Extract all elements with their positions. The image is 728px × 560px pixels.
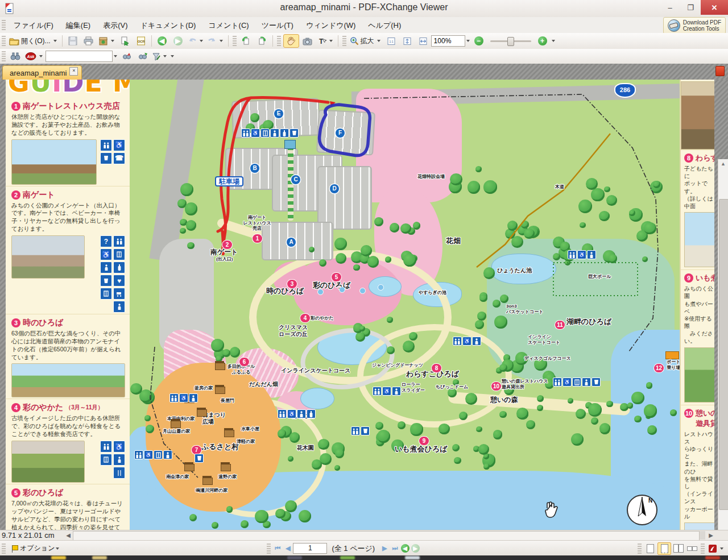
rotate-ccw-button[interactable] bbox=[239, 35, 254, 47]
tab-bar-red-button[interactable] bbox=[715, 66, 725, 76]
menu-item-0[interactable]: ファイル(F) bbox=[7, 19, 60, 32]
menu-item-3[interactable]: ドキュメント(D) bbox=[134, 19, 202, 32]
facility-icon-strip: ♿ bbox=[169, 393, 198, 403]
document-area[interactable]: 286 N 駐車場南ゲート レストハウス 売店南ゲート(出入口)時のひろば彩のひ… bbox=[0, 80, 728, 530]
undo-button[interactable] bbox=[187, 35, 205, 47]
hand-tool-button[interactable] bbox=[283, 34, 299, 48]
section-title: 憩いの bbox=[696, 408, 714, 418]
map-marker-4: 4 bbox=[300, 314, 310, 322]
zoom-level-input[interactable]: 100% bbox=[431, 35, 465, 47]
hand-icon bbox=[113, 301, 125, 313]
tab-close-icon[interactable]: × bbox=[69, 67, 78, 76]
go-forward-button[interactable]: ▶ bbox=[171, 35, 185, 47]
search-button[interactable] bbox=[8, 50, 23, 63]
zoom-slider[interactable] bbox=[490, 40, 531, 42]
section-number-badge: 8 bbox=[684, 154, 693, 163]
zoom-slider-thumb[interactable] bbox=[507, 37, 514, 46]
continuous-layout-button[interactable] bbox=[657, 542, 671, 555]
scroll-right-icon[interactable]: ▶ bbox=[706, 531, 715, 540]
single-page-layout-button[interactable] bbox=[644, 543, 656, 554]
close-button[interactable]: ✕ bbox=[701, 0, 728, 15]
page-number-input[interactable]: 1 bbox=[293, 543, 327, 554]
options-caret-icon[interactable] bbox=[56, 547, 59, 550]
actual-size-button[interactable]: 1:1 bbox=[384, 35, 399, 47]
scroll-left-icon[interactable]: ◀ bbox=[64, 531, 73, 540]
package-button[interactable] bbox=[97, 35, 117, 47]
village-house bbox=[215, 387, 225, 394]
menu-item-6[interactable]: ウィンドウ(W) bbox=[300, 19, 362, 32]
download-pdf-tools-button[interactable]: Download PDF Creation Tools bbox=[663, 17, 726, 34]
zoom-tool-button[interactable]: 拡大 bbox=[349, 35, 383, 47]
nursing-icon bbox=[392, 387, 401, 396]
actual-size-icon: 1:1 bbox=[387, 37, 396, 45]
go-back-button[interactable]: ◀ bbox=[155, 35, 169, 47]
save-button[interactable] bbox=[65, 35, 80, 47]
map-label: 憩いの森 bbox=[490, 396, 518, 404]
hand-tool-icon bbox=[287, 36, 295, 45]
village-house bbox=[224, 430, 234, 437]
select-text-button[interactable]: T bbox=[316, 35, 335, 47]
cup-icon bbox=[100, 152, 112, 164]
blue-freehand-annotation[interactable] bbox=[320, 105, 370, 156]
guide-left-panel: GUIDE MAP 1南ゲートレストハウス売店休憩所と売店がひとつになった開放的… bbox=[6, 80, 130, 530]
guide-section-10: 10憩いの遊具貸レストハウス らゆっくりと また、湖畔のひ を無料で貸し （イン… bbox=[681, 405, 714, 530]
nursing-icon bbox=[100, 262, 112, 273]
history-forward-button[interactable]: ▶ bbox=[410, 544, 420, 554]
filter-button[interactable] bbox=[151, 50, 169, 63]
scroll-up-icon[interactable]: ▲ bbox=[719, 159, 727, 168]
menu-item-1[interactable]: 編集(E) bbox=[60, 19, 97, 32]
menu-item-4[interactable]: コメント(C) bbox=[202, 19, 255, 32]
search-next-button[interactable] bbox=[135, 50, 150, 63]
previous-page-button[interactable]: ◀ bbox=[283, 544, 293, 554]
open-button[interactable]: 開く(O)... bbox=[8, 35, 59, 47]
vertical-scrollbar[interactable]: ▲ ▼ bbox=[718, 159, 728, 560]
zoom-in-button[interactable]: + bbox=[535, 35, 550, 47]
toilet-icon bbox=[169, 393, 179, 403]
ocr-button[interactable]: OCR bbox=[134, 35, 148, 47]
facing-layout-button[interactable] bbox=[672, 543, 685, 554]
village-house bbox=[197, 409, 207, 417]
next-page-button[interactable]: ▶ bbox=[379, 544, 390, 554]
redo-button[interactable] bbox=[206, 35, 225, 47]
zoom-out-button[interactable]: − bbox=[471, 35, 486, 47]
rotate-cw-button[interactable] bbox=[255, 35, 270, 47]
ask-button[interactable]: Ask bbox=[24, 50, 45, 63]
menu-item-2[interactable]: 表示(V) bbox=[97, 19, 134, 32]
last-page-button[interactable]: ⏭ bbox=[390, 544, 400, 554]
history-back-button[interactable]: ◀ bbox=[400, 544, 410, 554]
guide-section-2: 2南ゲートみちのく公園のメインゲート（出入口）です。南ゲートでは、ベビーカー・車… bbox=[6, 186, 130, 314]
fit-page-button[interactable] bbox=[400, 35, 415, 47]
search-previous-button[interactable] bbox=[119, 50, 134, 63]
pdf-page[interactable]: 286 N 駐車場南ゲート レストハウス 売店南ゲート(出入口)時のひろば彩のひ… bbox=[6, 80, 714, 530]
fit-width-button[interactable] bbox=[416, 35, 431, 47]
cup-icon bbox=[195, 454, 204, 463]
rotate-ccw-icon bbox=[241, 36, 251, 45]
menu-item-7[interactable]: ヘルプ(H) bbox=[362, 19, 407, 32]
facing-continuous-layout-button[interactable] bbox=[686, 543, 698, 554]
section-number-badge: 5 bbox=[11, 488, 20, 497]
document-tab[interactable]: areamap_minami × bbox=[2, 65, 82, 80]
export-button[interactable] bbox=[118, 35, 133, 47]
vertical-scrollbar-thumb[interactable] bbox=[719, 199, 728, 510]
search-input[interactable] bbox=[46, 51, 113, 62]
first-page-button[interactable]: ⏮ bbox=[272, 544, 283, 554]
horizontal-scrollbar-thumb[interactable] bbox=[73, 531, 700, 541]
minimize-button[interactable]: – bbox=[660, 0, 680, 15]
facility-icon-strip: ♿ bbox=[241, 128, 299, 138]
print-button[interactable] bbox=[81, 35, 96, 47]
options-button[interactable]: オプション bbox=[20, 544, 55, 553]
restore-button[interactable]: ❐ bbox=[680, 0, 701, 15]
menu-item-5[interactable]: ツール(T) bbox=[255, 19, 300, 32]
package-icon bbox=[98, 36, 108, 45]
route-286-shield: 286 bbox=[614, 83, 636, 98]
section-photo bbox=[11, 139, 97, 185]
snapshot-button[interactable] bbox=[300, 35, 315, 47]
wheelchair-icon: ♿ bbox=[562, 378, 572, 387]
ask-icon: Ask bbox=[25, 52, 36, 60]
magnifier-icon bbox=[350, 36, 359, 45]
windows-taskbar[interactable] bbox=[0, 555, 728, 560]
horizontal-scrollbar[interactable] bbox=[73, 531, 705, 540]
toilet-icon bbox=[351, 426, 360, 435]
brand-caret-icon[interactable] bbox=[720, 547, 723, 550]
pdf-xchange-brand-icon[interactable] bbox=[708, 544, 718, 554]
